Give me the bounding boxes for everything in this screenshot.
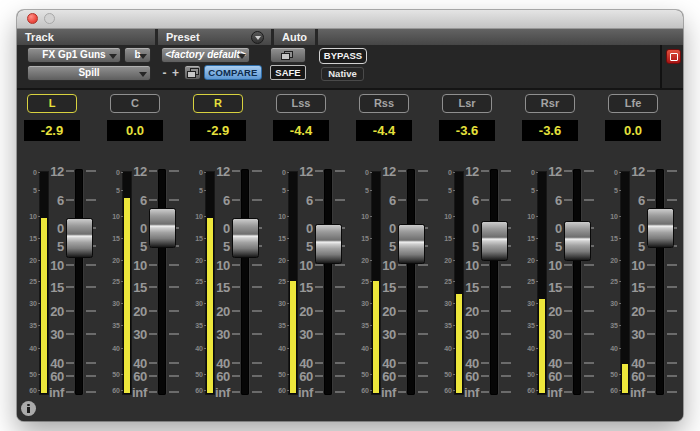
meter-scale-label: 50 [610, 371, 618, 378]
fader-scale-tick [647, 333, 655, 335]
meter-scale-tick [121, 325, 123, 326]
compare-button[interactable]: COMPARE [204, 65, 262, 80]
meter-scale-label: 60 [112, 387, 120, 394]
preset-selector[interactable]: <factory default> [161, 47, 250, 63]
channel-select-button[interactable]: Rsr [525, 94, 575, 113]
minimize-icon[interactable] [44, 13, 55, 24]
fader-scale-tick [149, 333, 157, 335]
channel-meter-fill [124, 198, 130, 393]
meter-scale-label: 10 [29, 213, 37, 220]
info-icon[interactable] [21, 401, 36, 416]
meter-scale-label: 40 [610, 345, 618, 352]
next-preset-button[interactable]: + [170, 66, 181, 80]
channel-meter [123, 172, 131, 394]
fader-track[interactable] [241, 169, 249, 395]
channel-strip: L -2.9 051015202530354050601260510152030… [18, 90, 101, 420]
fader-track[interactable] [75, 169, 83, 395]
track-selector[interactable]: FX Gp1 Guns [27, 47, 121, 63]
fader-handle[interactable] [398, 224, 425, 264]
automation-mode-button[interactable] [270, 47, 306, 63]
channel-meter-fill [622, 364, 628, 393]
copy-preset-button[interactable] [184, 65, 201, 80]
channel-gain-value[interactable]: -2.9 [24, 120, 80, 141]
fader-handle[interactable] [481, 221, 508, 261]
fader-track[interactable] [324, 169, 332, 395]
channel-gain-value[interactable]: -3.6 [439, 120, 495, 141]
fader-scale-label: 0 [555, 221, 562, 236]
channel-gain-value[interactable]: -3.6 [522, 120, 578, 141]
fader-track[interactable] [490, 169, 498, 395]
fader-scale-tick [315, 310, 323, 312]
channel-select-button[interactable]: Rss [359, 94, 409, 113]
meter-scale-label: 20 [361, 257, 369, 264]
channel-select-button[interactable]: Lfe [608, 94, 658, 113]
fader-handle[interactable] [647, 208, 674, 248]
fader-scale-tick [252, 362, 262, 364]
close-icon[interactable] [27, 13, 38, 24]
channel-select-button[interactable]: C [110, 94, 160, 113]
fader-scale-label: 20 [548, 304, 562, 319]
fader-track[interactable] [407, 169, 415, 395]
fader-handle[interactable] [315, 224, 342, 264]
meter-scale-tick [121, 374, 123, 375]
meter-scale-label: 10 [527, 213, 535, 220]
meter-scale-label: 15 [444, 235, 452, 242]
meter-scale-label: 20 [610, 257, 618, 264]
fader-scale-tick [86, 391, 96, 393]
channel-select-button[interactable]: L [27, 94, 77, 113]
meter-scale-label: 50 [195, 371, 203, 378]
meter-scale-tick [121, 172, 123, 173]
fader-scale-tick [252, 391, 262, 393]
fader-handle[interactable] [66, 218, 93, 258]
fader-scale-label: 6 [638, 193, 645, 208]
fader-scale-tick [584, 375, 594, 377]
header-divider [660, 45, 662, 88]
fader-scale-tick [149, 286, 157, 288]
meter-scale-tick [453, 190, 455, 191]
insert-position-selector[interactable]: b [124, 47, 151, 63]
meter-scale-tick [287, 281, 289, 282]
fader-handle[interactable] [564, 221, 591, 261]
fader-track[interactable] [158, 169, 166, 395]
plugin-target-icon[interactable] [666, 49, 681, 64]
window-titlebar[interactable] [17, 10, 683, 29]
meter-scale-label: 10 [112, 213, 120, 220]
fader-scale-tick [501, 264, 511, 266]
fader-scale-tick [86, 375, 96, 377]
fader-track[interactable] [656, 169, 664, 395]
meter-scale-tick [453, 325, 455, 326]
previous-preset-button[interactable]: - [159, 66, 170, 80]
channel-gain-value[interactable]: -2.9 [190, 120, 246, 141]
auto-window-icon [281, 51, 293, 60]
automation-safe-button[interactable]: SAFE [270, 65, 306, 80]
bypass-button[interactable]: BYPASS [319, 48, 367, 64]
fader-scale-tick [315, 362, 323, 364]
fader-scale-label: 30 [548, 327, 562, 342]
fader-scale-tick [398, 362, 406, 364]
meter-scale-tick [38, 281, 40, 282]
channel-select-button[interactable]: Lss [276, 94, 326, 113]
plugin-selector[interactable]: Spill [27, 65, 151, 81]
channel-select-button[interactable]: Lsr [442, 94, 492, 113]
channel-gain-value[interactable]: 0.0 [605, 120, 661, 141]
meter-scale-tick [370, 303, 372, 304]
meter-scale-label: 60 [610, 387, 618, 394]
meter-scale-label: 35 [610, 322, 618, 329]
meter-scale-label: 60 [29, 387, 37, 394]
meter-scale-tick [536, 281, 538, 282]
preset-menu-icon[interactable] [251, 31, 264, 44]
channel-meter-fill [539, 299, 545, 393]
meter-scale-tick [536, 303, 538, 304]
channel-gain-value[interactable]: -4.4 [273, 120, 329, 141]
channel-gain-value[interactable]: 0.0 [107, 120, 163, 141]
fader-track[interactable] [573, 169, 581, 395]
meter-scale-tick [453, 390, 455, 391]
fader-handle[interactable] [232, 218, 259, 258]
fader-scale-tick [647, 391, 655, 393]
meter-scale-tick [121, 190, 123, 191]
meter-scale-label: 10 [195, 213, 203, 220]
fader-scale-tick [335, 310, 345, 312]
channel-select-button[interactable]: R [193, 94, 243, 113]
fader-handle[interactable] [149, 208, 176, 248]
channel-gain-value[interactable]: -4.4 [356, 120, 412, 141]
